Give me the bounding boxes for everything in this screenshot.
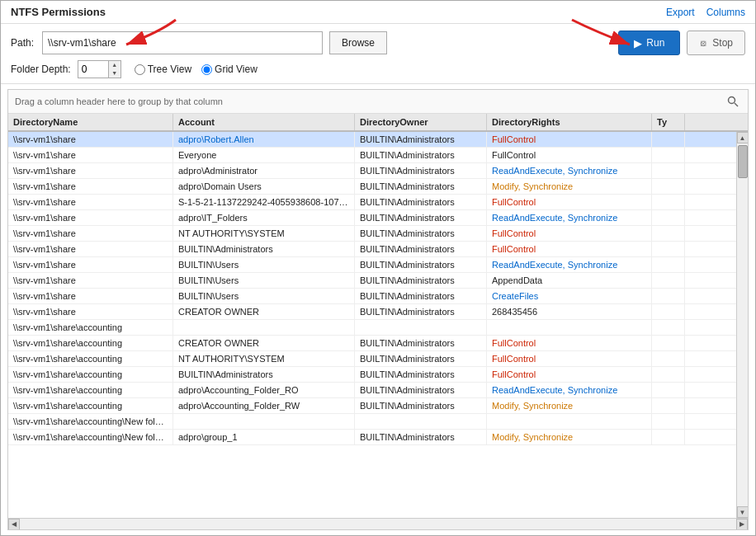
table-row[interactable]: \\srv-vm1\shareBUILTIN\UsersBUILTIN\Admi… <box>8 289 736 304</box>
run-icon: ▶ <box>634 37 642 49</box>
table-cell: FullControl <box>487 148 652 162</box>
spin-up-button[interactable]: ▲ <box>109 61 120 69</box>
table-cell: BUILTIN\Users <box>173 273 355 288</box>
table-row[interactable]: \\srv-vm1\share\accounting <box>8 320 736 336</box>
table-row[interactable]: \\srv-vm1\shareadpro\Domain UsersBUILTIN… <box>8 179 736 195</box>
folder-depth-spinbox[interactable]: ▲ ▼ <box>78 60 121 78</box>
table-cell: Everyone <box>173 148 355 162</box>
table-cell: BUILTIN\Administrators <box>355 430 487 444</box>
table-cell <box>652 179 685 194</box>
scroll-down-button[interactable]: ▼ <box>737 506 749 518</box>
horizontal-scrollbar[interactable]: ◀ ▶ <box>8 518 748 529</box>
table-row[interactable]: \\srv-vm1\share\accountingadpro\Accounti… <box>8 383 736 398</box>
depth-value-input[interactable] <box>78 61 108 78</box>
table-cell <box>652 336 685 350</box>
table-row[interactable]: \\srv-vm1\share\accounting\New folder <box>8 414 736 430</box>
table-cell <box>652 163 685 178</box>
scroll-right-button[interactable]: ▶ <box>736 519 748 530</box>
table-cell: BUILTIN\Administrators <box>355 242 487 256</box>
table-cell: 268435456 <box>487 304 652 319</box>
table-cell: \\srv-vm1\share <box>8 210 173 225</box>
table-cell: BUILTIN\Users <box>173 257 355 272</box>
scroll-up-button[interactable]: ▲ <box>737 132 749 143</box>
export-link[interactable]: Export <box>666 7 695 18</box>
table-row[interactable]: \\srv-vm1\shareEveryoneBUILTIN\Administr… <box>8 148 736 163</box>
table-row[interactable]: \\srv-vm1\shareS-1-5-21-1137229242-40559… <box>8 195 736 210</box>
scroll-left-button[interactable]: ◀ <box>8 519 20 530</box>
table-row[interactable]: \\srv-vm1\shareNT AUTHORITY\SYSTEMBUILTI… <box>8 226 736 242</box>
table-cell: adpro\group_1 <box>173 430 355 444</box>
table-cell: \\srv-vm1\share <box>8 132 173 147</box>
table-row[interactable]: \\srv-vm1\shareBUILTIN\UsersBUILTIN\Admi… <box>8 273 736 289</box>
svg-line-3 <box>735 103 738 106</box>
table-cell <box>652 210 685 225</box>
table-cell: ReadAndExecute, Synchronize <box>487 163 652 178</box>
col-header-rights[interactable]: DirectoryRights <box>487 114 652 130</box>
tree-view-option[interactable]: Tree View <box>135 63 191 75</box>
table-cell: BUILTIN\Administrators <box>355 257 487 272</box>
table-row[interactable]: \\srv-vm1\shareadpro\Robert.AllenBUILTIN… <box>8 132 736 148</box>
table-cell <box>652 414 685 429</box>
tree-view-radio[interactable] <box>135 64 145 75</box>
search-svg <box>727 96 739 107</box>
table-row[interactable]: \\srv-vm1\share\accountingNT AUTHORITY\S… <box>8 351 736 367</box>
drag-hint-text: Drag a column header here to group by th… <box>15 96 223 106</box>
table-row[interactable]: \\srv-vm1\shareBUILTIN\UsersBUILTIN\Admi… <box>8 257 736 273</box>
table-cell: ReadAndExecute, Synchronize <box>487 383 652 397</box>
table-row[interactable]: \\srv-vm1\shareadpro\IT_FoldersBUILTIN\A… <box>8 210 736 226</box>
table-cell: BUILTIN\Administrators <box>355 289 487 303</box>
table-cell: adpro\Administrator <box>173 163 355 178</box>
col-header-type[interactable]: Ty <box>652 114 685 130</box>
tree-view-label: Tree View <box>148 63 191 75</box>
table-cell: adpro\IT_Folders <box>173 210 355 225</box>
search-icon[interactable] <box>725 93 741 110</box>
table-cell: FullControl <box>487 351 652 366</box>
stop-button[interactable]: ⦻ Stop <box>687 31 745 55</box>
window-title: NTFS Permissions <box>11 6 106 18</box>
table-cell: \\srv-vm1\share\accounting <box>8 351 173 366</box>
scroll-thumb[interactable] <box>738 145 748 178</box>
table-scroll-area: \\srv-vm1\shareadpro\Robert.AllenBUILTIN… <box>8 132 748 518</box>
table-row[interactable]: \\srv-vm1\shareadpro\AdministratorBUILTI… <box>8 163 736 179</box>
browse-button[interactable]: Browse <box>329 31 387 54</box>
table-cell: BUILTIN\Administrators <box>355 195 487 209</box>
col-header-directory[interactable]: DirectoryName <box>8 114 173 130</box>
col-header-owner[interactable]: DirectoryOwner <box>355 114 487 130</box>
table-cell: FullControl <box>487 195 652 209</box>
spin-down-button[interactable]: ▼ <box>109 69 120 78</box>
table-cell: FullControl <box>487 367 652 382</box>
table-cell: \\srv-vm1\share\accounting <box>8 398 173 413</box>
run-button[interactable]: ▶ Run <box>618 31 680 55</box>
table-cell <box>652 132 685 147</box>
svg-point-2 <box>729 97 735 104</box>
col-header-account[interactable]: Account <box>173 114 355 130</box>
table-cell: \\srv-vm1\share <box>8 163 173 178</box>
grid-view-option[interactable]: Grid View <box>201 63 258 75</box>
table-row[interactable]: \\srv-vm1\share\accountingBUILTIN\Admini… <box>8 367 736 383</box>
table-header: DirectoryName Account DirectoryOwner Dir… <box>8 114 748 132</box>
table-cell: Modify, Synchronize <box>487 179 652 194</box>
table-row[interactable]: \\srv-vm1\share\accountingadpro\Accounti… <box>8 398 736 414</box>
table-cell: \\srv-vm1\share\accounting\New folder <box>8 414 173 429</box>
grid-view-radio[interactable] <box>201 64 212 75</box>
drag-hint-row: Drag a column header here to group by th… <box>8 90 748 114</box>
table-cell: \\srv-vm1\share <box>8 289 173 303</box>
table-row[interactable]: \\srv-vm1\shareBUILTIN\AdministratorsBUI… <box>8 242 736 257</box>
table-cell <box>652 430 685 444</box>
vertical-scrollbar[interactable]: ▲ ▼ <box>736 132 748 518</box>
table-cell: BUILTIN\Administrators <box>355 226 487 241</box>
path-input[interactable] <box>42 31 323 54</box>
table-row[interactable]: \\srv-vm1\share\accountingCREATOR OWNERB… <box>8 336 736 351</box>
table-row[interactable]: \\srv-vm1\share\accounting\New folderadp… <box>8 430 736 445</box>
table-cell: FullControl <box>487 226 652 241</box>
table-cell <box>652 226 685 241</box>
table-cell <box>652 320 685 335</box>
table-cell: FullControl <box>487 336 652 350</box>
table-cell: BUILTIN\Administrators <box>355 398 487 413</box>
table-cell <box>173 320 355 335</box>
columns-link[interactable]: Columns <box>706 7 745 18</box>
table-cell: \\srv-vm1\share\accounting <box>8 383 173 397</box>
table-row[interactable]: \\srv-vm1\shareCREATOR OWNERBUILTIN\Admi… <box>8 304 736 320</box>
table-cell: Modify, Synchronize <box>487 430 652 444</box>
table-body: \\srv-vm1\shareadpro\Robert.AllenBUILTIN… <box>8 132 736 518</box>
